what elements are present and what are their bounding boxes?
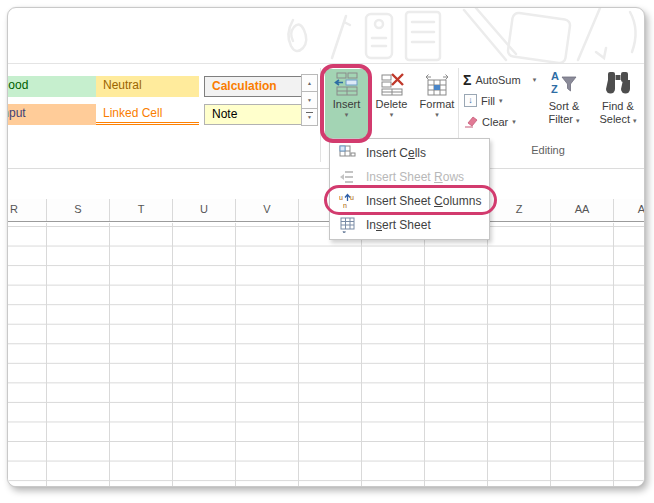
sort-filter-dropdown-arrow-icon[interactable]: ▾ bbox=[576, 117, 580, 124]
eraser-icon bbox=[464, 116, 478, 128]
cell-style-input[interactable]: Input bbox=[7, 104, 96, 125]
column-header-z[interactable]: Z bbox=[516, 203, 523, 215]
format-dropdown-arrow-icon[interactable]: ▾ bbox=[414, 111, 460, 119]
clear-label: Clear bbox=[482, 116, 508, 128]
find-select-dropdown-arrow-icon[interactable]: ▾ bbox=[633, 117, 637, 124]
sort-filter-label-line1: Sort & bbox=[549, 100, 580, 112]
insert-cells-menu-icon bbox=[339, 145, 356, 161]
autosum-button[interactable]: Σ AutoSum ▾ bbox=[463, 72, 536, 88]
delete-cells-icon bbox=[379, 72, 405, 96]
gallery-scroll-down-button[interactable]: ▼ bbox=[301, 91, 318, 109]
group-divider bbox=[320, 68, 321, 162]
menu-item-label: Insert Sheet bbox=[366, 218, 431, 232]
insert-button-label: Insert bbox=[325, 98, 368, 111]
menu-item-insert-sheet-rows[interactable]: Insert Sheet Rows bbox=[330, 165, 489, 189]
menu-item-label: Insert Sheet Columns bbox=[366, 194, 481, 208]
autosum-dropdown-arrow-icon[interactable]: ▾ bbox=[533, 76, 537, 84]
menu-item-label: Insert Cells bbox=[366, 146, 426, 160]
insert-dropdown-menu: Insert Cells Insert Sheet Rows u u n Ins… bbox=[329, 138, 490, 240]
sort-filter-icon: A Z bbox=[549, 69, 579, 99]
column-header-ab[interactable]: AB bbox=[638, 203, 645, 215]
format-button-label: Format bbox=[414, 98, 460, 111]
insert-sheet-columns-menu-icon: u u n bbox=[339, 193, 356, 209]
cell-style-linked-cell[interactable]: Linked Cell bbox=[96, 104, 199, 125]
column-header-t[interactable]: T bbox=[138, 203, 145, 215]
menu-item-insert-sheet-columns[interactable]: u u n Insert Sheet Columns bbox=[330, 189, 489, 213]
gallery-scroll-up-button[interactable]: ▲ bbox=[301, 74, 318, 92]
menu-item-insert-cells[interactable]: Insert Cells bbox=[330, 141, 489, 165]
find-select-label-line1: Find & bbox=[602, 100, 634, 112]
cell-style-note[interactable]: Note bbox=[204, 104, 303, 125]
cell-style-neutral[interactable]: Neutral bbox=[96, 76, 199, 97]
screenshot-frame: Good Neutral Calculation Input Linked Ce… bbox=[7, 7, 645, 487]
sort-filter-label-line2: Filter bbox=[548, 113, 572, 125]
more-bar-icon bbox=[306, 112, 313, 113]
binoculars-icon bbox=[603, 69, 633, 99]
fill-label: Fill bbox=[481, 95, 495, 107]
svg-text:A: A bbox=[551, 70, 559, 82]
svg-text:u: u bbox=[339, 194, 343, 201]
svg-text:n: n bbox=[343, 202, 347, 209]
format-cells-icon bbox=[424, 72, 450, 96]
column-header-v[interactable]: V bbox=[263, 203, 270, 215]
menu-item-insert-sheet[interactable]: Insert Sheet bbox=[330, 213, 489, 237]
column-header-aa[interactable]: AA bbox=[575, 203, 590, 215]
autosum-label: AutoSum bbox=[475, 74, 520, 86]
delete-button-label: Delete bbox=[370, 98, 413, 111]
stationery-doodles-decoration bbox=[248, 8, 645, 63]
insert-cells-icon bbox=[334, 72, 360, 96]
clear-dropdown-arrow-icon[interactable]: ▾ bbox=[512, 118, 516, 126]
fill-button[interactable]: ↓ Fill ▾ bbox=[464, 94, 503, 107]
clear-button[interactable]: Clear ▾ bbox=[464, 116, 516, 128]
column-header-r[interactable]: R bbox=[10, 203, 18, 215]
worksheet-grid[interactable] bbox=[8, 223, 644, 487]
fill-dropdown-arrow-icon[interactable]: ▾ bbox=[499, 97, 503, 105]
insert-button[interactable]: Insert ▾ bbox=[325, 69, 368, 139]
column-header-row: R S T U V Z AA AB bbox=[8, 199, 644, 222]
sigma-icon: Σ bbox=[463, 72, 471, 88]
styles-gallery-scrollbar: ▲ ▼ ▼ bbox=[301, 75, 318, 131]
find-select-label-line2: Select bbox=[599, 113, 630, 125]
cell-style-calculation[interactable]: Calculation bbox=[204, 76, 303, 97]
delete-dropdown-arrow-icon[interactable]: ▾ bbox=[370, 111, 413, 119]
insert-sheet-menu-icon bbox=[339, 217, 356, 233]
find-select-button[interactable]: Find & Select ▾ bbox=[592, 69, 644, 141]
column-header-u[interactable]: U bbox=[200, 203, 208, 215]
gallery-more-button[interactable]: ▼ bbox=[301, 108, 318, 126]
svg-text:u: u bbox=[350, 194, 354, 201]
column-header-s[interactable]: S bbox=[74, 203, 81, 215]
svg-text:Z: Z bbox=[551, 83, 558, 95]
cell-style-good[interactable]: Good bbox=[7, 76, 96, 97]
top-band-divider bbox=[8, 63, 644, 64]
format-button[interactable]: Format ▾ bbox=[414, 69, 460, 139]
insert-dropdown-arrow-icon[interactable]: ▾ bbox=[325, 111, 368, 119]
delete-button[interactable]: Delete ▾ bbox=[370, 69, 413, 139]
sort-filter-button[interactable]: A Z Sort & Filter ▾ bbox=[538, 69, 590, 141]
fill-down-icon: ↓ bbox=[464, 94, 477, 107]
insert-sheet-rows-menu-icon bbox=[339, 169, 356, 185]
menu-item-label: Insert Sheet Rows bbox=[366, 170, 464, 184]
ribbon-bottom-divider bbox=[8, 168, 644, 169]
